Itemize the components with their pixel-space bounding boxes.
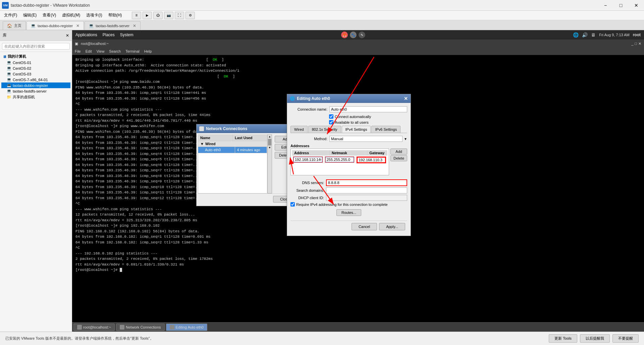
terminal-menu-view[interactable]: View: [97, 49, 105, 53]
nc-icon: [199, 126, 204, 131]
nc-conn-name: Auto eth0: [198, 147, 235, 153]
update-tools-button[interactable]: 更新 Tools: [549, 334, 577, 343]
nc-list-container: Name Last Used ▼ Wired Auto eth0 4 minut…: [198, 134, 267, 193]
menu-help[interactable]: 帮助(H): [106, 12, 125, 19]
tab-wired[interactable]: Wired: [290, 126, 308, 133]
addr-gateway-cell[interactable]: [356, 156, 387, 164]
nc-title-text: Network Connections: [206, 126, 247, 131]
menu-vm[interactable]: 虚拟机(M): [59, 12, 83, 19]
sidebar-item-shared[interactable]: 📁 共享的虚拟机: [1, 94, 70, 100]
app-icon-2[interactable]: ✎: [359, 32, 365, 38]
addr-delete-button[interactable]: Delete: [390, 155, 407, 161]
terminal-minimize[interactable]: _: [631, 42, 633, 46]
edit-close-icon[interactable]: ✕: [404, 96, 408, 101]
addr-gateway-input[interactable]: [357, 157, 386, 163]
scroll-thumb[interactable]: [268, 139, 271, 146]
network-status-icon[interactable]: 🌐: [573, 32, 579, 38]
addr-address-input[interactable]: [293, 157, 322, 162]
terminal-menu-search[interactable]: Search: [109, 49, 121, 53]
minimize-button[interactable]: −: [598, 0, 613, 11]
close-button[interactable]: ✕: [629, 0, 644, 11]
gnome-system[interactable]: System: [120, 33, 133, 37]
tab-ipv4[interactable]: IPv4 Settings: [342, 126, 371, 133]
app-icon-1[interactable]: 🐾: [350, 32, 357, 38]
menu-tabs[interactable]: 选项卡(I): [84, 12, 105, 19]
sidebar-item-centos02[interactable]: 💻 CentOS-02: [1, 65, 70, 71]
tab-home[interactable]: 🏠 主页: [3, 21, 26, 30]
auto-connect-checkbox[interactable]: [329, 114, 333, 119]
scroll-down-btn[interactable]: ▼: [268, 146, 272, 150]
routes-button[interactable]: Routes...: [336, 209, 361, 216]
dhcp-input[interactable]: [326, 195, 407, 201]
nc-connection-row[interactable]: Auto eth0 4 minutes ago: [198, 147, 267, 153]
toolbar-settings[interactable]: ⚙: [185, 12, 195, 19]
tab-dubbo-register[interactable]: 💻 taotao-dubbo-register ✕: [26, 21, 84, 30]
terminal-menu-terminal[interactable]: Terminal: [125, 49, 140, 53]
menu-view[interactable]: 查看(V): [40, 12, 59, 19]
terminal-menu-file[interactable]: File: [75, 49, 81, 53]
apply-button[interactable]: Apply...: [379, 223, 405, 230]
vm-task-nc[interactable]: Network Connections: [116, 324, 165, 331]
sidebar-item-centos03[interactable]: 💻 CentOS-03: [1, 71, 70, 77]
terminal-close[interactable]: ✕: [638, 42, 641, 46]
edit-bottom-area: Cancel Apply...: [290, 221, 407, 232]
toolbar-btn-1[interactable]: ⏸: [132, 12, 141, 19]
edit-auto-eth0-dialog: 🌐 Editing Auto eth0 ✕ Connection name: C…: [287, 94, 411, 236]
search-domains-input[interactable]: [326, 187, 407, 193]
vm-task-terminal[interactable]: root@localhost:~: [73, 324, 115, 331]
toolbar-fullscreen[interactable]: ⛶: [175, 12, 184, 19]
require-ipv4-checkbox[interactable]: [290, 202, 295, 207]
toolbar-snapshot[interactable]: 📷: [164, 12, 173, 19]
sidebar: 库 ✕ 🖥 我的计算机 💻 CentOS-01 💻 CentOS-02 💻 Ce…: [0, 30, 72, 332]
term-line-37: 2 packets transmitted, 2 received, 0% pa…: [75, 256, 641, 262]
screen-icon[interactable]: 🖥: [591, 32, 596, 38]
maximize-button[interactable]: □: [613, 0, 629, 11]
cancel-button[interactable]: Cancel: [352, 223, 377, 230]
addr-col-address: Address: [292, 150, 330, 156]
addr-add-button[interactable]: Add: [390, 149, 407, 155]
tab-fastdfs[interactable]: 💻 taotao-fastdfs-server ✕: [85, 21, 141, 30]
gnome-places[interactable]: Places: [103, 33, 115, 37]
tree-root[interactable]: 🖥 我的计算机: [1, 53, 70, 60]
menu-edit[interactable]: 编辑(E): [20, 12, 39, 19]
sidebar-close-icon[interactable]: ✕: [66, 33, 69, 38]
tab-8021x[interactable]: 802.1x Security: [308, 126, 341, 133]
terminal-maximize[interactable]: □: [635, 42, 637, 46]
vm-task-edit[interactable]: Editing Auto eth0: [166, 324, 207, 331]
menu-file[interactable]: 文件(F): [1, 12, 20, 19]
sidebar-item-centos7[interactable]: 💻 CentOS-7-x86_64-01: [1, 77, 70, 82]
sidebar-item-centos01[interactable]: 💻 CentOS-01: [1, 60, 70, 65]
method-dropdown-icon[interactable]: ▼: [404, 137, 407, 141]
addr-col-netmask: Netmask: [330, 150, 367, 156]
nc-col-name: Name: [198, 135, 233, 141]
toolbar-btn-2[interactable]: ▶: [143, 12, 152, 19]
available-all-label: Available to all users: [335, 120, 369, 124]
dns-input[interactable]: [326, 179, 407, 186]
tab-close-dubbo[interactable]: ✕: [76, 23, 79, 28]
conn-name-input[interactable]: [329, 106, 407, 112]
available-all-checkbox[interactable]: [329, 120, 333, 124]
terminal-menu-edit[interactable]: Edit: [86, 49, 92, 53]
terminal-menu-help[interactable]: Help: [144, 49, 152, 53]
addr-action-buttons: Add Delete: [390, 149, 407, 177]
search-input[interactable]: [2, 43, 70, 50]
nc-scrollbar[interactable]: ▲ ▼: [267, 134, 272, 193]
firefox-icon[interactable]: 🦊: [341, 32, 348, 38]
addr-address-cell[interactable]: [292, 156, 324, 164]
gnome-center-icons: 🦊 🐾 ✎: [341, 32, 365, 38]
toolbar-power[interactable]: ⏻: [153, 12, 163, 19]
tab-ipv6[interactable]: IPv6 Settings: [371, 126, 400, 133]
sidebar-item-dubbo[interactable]: 💻 taotao-dubbo-register: [1, 82, 70, 88]
method-input[interactable]: [329, 136, 402, 142]
tab-close-fastdfs[interactable]: ✕: [133, 23, 136, 28]
remind-later-button[interactable]: 以后提醒我: [580, 334, 610, 343]
vm-area[interactable]: Applications Places System 🦊 🐾 ✎ 🌐 🔊 🖥 F…: [72, 30, 644, 332]
scroll-up-btn[interactable]: ▲: [268, 135, 272, 138]
volume-icon[interactable]: 🔊: [582, 32, 588, 38]
gnome-applications[interactable]: Applications: [75, 33, 97, 37]
vm-task-terminal-label: root@localhost:~: [83, 325, 111, 329]
addr-netmask-input[interactable]: [325, 157, 354, 162]
sidebar-item-fastdfs[interactable]: 💻 taotao-fastdfs-server: [1, 88, 70, 94]
dismiss-button[interactable]: 不要提醒: [612, 334, 639, 343]
addr-netmask-cell[interactable]: [324, 156, 356, 164]
